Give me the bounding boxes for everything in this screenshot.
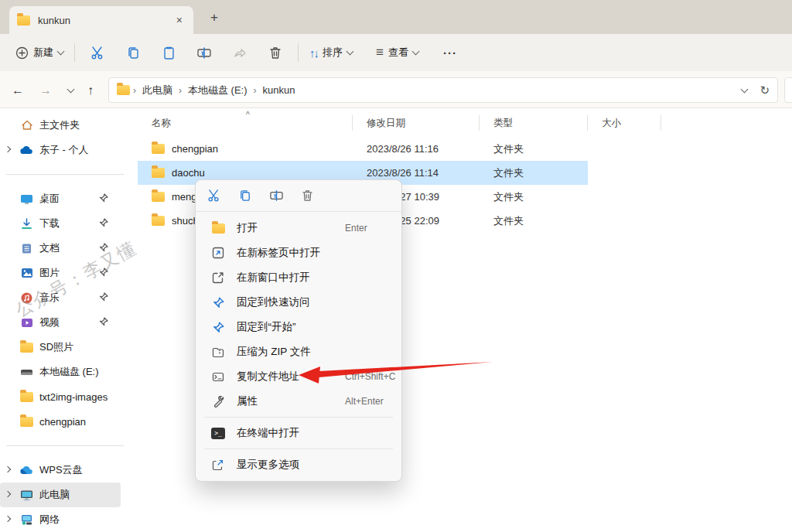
menu-item-label: 在新标签页中打开 xyxy=(237,246,345,260)
history-dropdown-button[interactable] xyxy=(60,80,80,101)
folder-icon xyxy=(152,168,165,178)
refresh-icon[interactable]: ↻ xyxy=(760,84,770,97)
sidebar-item-music[interactable]: 音乐 xyxy=(0,285,121,310)
folder-icon xyxy=(20,392,33,402)
sidebar-item-local-disk-e[interactable]: 本地磁盘 (E:) xyxy=(0,360,121,384)
file-row-chengpian[interactable]: chengpian 2023/8/26 11:16 文件夹 xyxy=(138,137,588,161)
new-tab-button[interactable]: + xyxy=(206,9,223,27)
chevron-right-icon xyxy=(5,466,11,472)
sidebar-item-label: 文档 xyxy=(39,241,60,255)
new-button[interactable]: 新建 xyxy=(9,41,70,64)
menu-item-compress-zip[interactable]: 压缩为 ZIP 文件 xyxy=(200,339,398,364)
open-folder-icon xyxy=(210,220,226,236)
forward-button[interactable]: → xyxy=(36,80,56,101)
rename-button[interactable] xyxy=(193,42,215,63)
menu-item-label: 固定到“开始” xyxy=(237,320,345,334)
copy-button[interactable] xyxy=(122,42,144,63)
chevron-right-icon xyxy=(5,491,11,497)
explorer-tab[interactable]: kunkun × xyxy=(9,6,193,34)
menu-item-pin-quick-access[interactable]: 固定到快速访问 xyxy=(200,290,398,315)
file-name: chengpian xyxy=(172,143,218,155)
sidebar-divider xyxy=(6,174,124,175)
sidebar-item-label: 音乐 xyxy=(39,291,60,305)
address-dropdown-icon[interactable] xyxy=(741,85,749,93)
sidebar-item-pictures[interactable]: 图片 xyxy=(0,261,121,285)
sidebar-item-network[interactable]: 网络 xyxy=(0,507,121,532)
folder-icon xyxy=(17,15,30,26)
paste-button[interactable] xyxy=(158,42,179,63)
pin-icon xyxy=(99,243,108,254)
sidebar-item-label: 图片 xyxy=(39,266,60,280)
tab-close-icon[interactable]: × xyxy=(173,14,186,26)
navigation-pane: 主文件夹 东子 - 个人 桌面 下载 文档 xyxy=(0,109,131,532)
sidebar-item-sd-photos[interactable]: SD照片 xyxy=(0,335,121,360)
breadcrumb-drive-e[interactable]: 本地磁盘 (E:) xyxy=(185,82,251,99)
menu-item-label: 显示更多选项 xyxy=(237,458,345,472)
menu-item-open[interactable]: 打开 Enter xyxy=(200,216,398,240)
chevron-right-icon xyxy=(5,516,11,522)
menu-item-copy-as-path[interactable]: 复制文件地址 Ctrl+Shift+C xyxy=(200,364,398,389)
menu-item-label: 打开 xyxy=(237,221,345,235)
search-input[interactable] xyxy=(784,77,792,103)
sidebar-item-label: chengpian xyxy=(39,416,86,428)
breadcrumb-this-pc[interactable]: 此电脑 xyxy=(139,82,176,99)
cut-button[interactable] xyxy=(203,185,225,206)
address-bar[interactable]: › 此电脑 › 本地磁盘 (E:) › kunkun ↻ xyxy=(108,77,778,103)
chevron-down-icon xyxy=(346,48,354,56)
menu-item-pin-to-start[interactable]: 固定到“开始” xyxy=(200,315,398,339)
column-header-type[interactable]: 类型 xyxy=(480,115,588,131)
menu-item-show-more-options[interactable]: 显示更多选项 xyxy=(200,452,398,477)
pictures-icon xyxy=(20,267,33,280)
sidebar-item-documents[interactable]: 文档 xyxy=(0,236,121,261)
up-button[interactable]: ↑ xyxy=(80,80,101,101)
file-name: daochu xyxy=(172,167,205,179)
sort-arrows-icon: ↑↓ xyxy=(309,46,318,60)
delete-button[interactable] xyxy=(296,185,318,206)
sidebar-item-onedrive[interactable]: 东子 - 个人 xyxy=(0,138,121,162)
cut-icon xyxy=(90,46,105,60)
sidebar-item-home[interactable]: 主文件夹 xyxy=(0,113,121,138)
network-icon xyxy=(20,513,33,527)
copy-button[interactable] xyxy=(234,185,256,206)
menu-item-open-in-terminal[interactable]: >_ 在终端中打开 xyxy=(200,421,398,445)
folder-icon xyxy=(117,85,130,95)
file-type: 文件夹 xyxy=(480,142,588,156)
address-bar-row: ← → ↑ › 此电脑 › 本地磁盘 (E:) › kunkun ↻ xyxy=(0,71,792,108)
folder-icon xyxy=(20,343,33,353)
tab-title: kunkun xyxy=(38,15,70,26)
sidebar-item-this-pc[interactable]: 此电脑 xyxy=(0,483,121,507)
column-header-date[interactable]: 修改日期 xyxy=(353,115,480,131)
column-header-size[interactable]: 大小 xyxy=(588,115,661,131)
rename-button[interactable] xyxy=(265,185,287,206)
desktop-icon xyxy=(20,193,33,206)
sidebar-item-wps-cloud[interactable]: WPS云盘 xyxy=(0,458,121,483)
chevron-down-icon xyxy=(57,48,65,56)
sidebar-item-desktop[interactable]: 桌面 xyxy=(0,186,121,211)
folder-icon xyxy=(20,417,33,427)
cut-button[interactable] xyxy=(87,42,108,63)
pin-icon xyxy=(210,319,226,335)
column-header-name[interactable]: 名称 ^ xyxy=(138,115,353,131)
menu-item-properties[interactable]: 属性 Alt+Enter xyxy=(200,389,398,414)
rename-icon xyxy=(196,46,212,60)
new-button-label: 新建 xyxy=(33,46,53,60)
sort-button[interactable]: ↑↓ 排序 xyxy=(303,41,359,64)
command-bar: 新建 ↑↓ 排序 ≡ 查看 ··· xyxy=(0,34,792,71)
delete-button[interactable] xyxy=(265,42,286,63)
sidebar-item-chengpian[interactable]: chengpian xyxy=(0,409,121,434)
menu-item-label: 固定到快速访问 xyxy=(237,295,345,309)
menu-item-open-new-window[interactable]: 在新窗口中打开 xyxy=(200,265,398,290)
see-more-button[interactable]: ··· xyxy=(437,42,463,64)
open-new-tab-icon xyxy=(210,245,226,261)
menu-item-open-new-tab[interactable]: 在新标签页中打开 xyxy=(200,240,398,265)
share-button[interactable] xyxy=(229,42,251,63)
view-button[interactable]: ≡ 查看 xyxy=(370,40,425,65)
sidebar-item-txt2img-images[interactable]: txt2img-images xyxy=(0,384,121,409)
rename-icon xyxy=(269,189,284,203)
sidebar-item-videos[interactable]: 视频 xyxy=(0,310,121,335)
sort-button-label: 排序 xyxy=(323,46,343,60)
sidebar-item-downloads[interactable]: 下载 xyxy=(0,211,121,236)
breadcrumb-kunkun[interactable]: kunkun xyxy=(260,83,299,97)
menu-item-label: 在终端中打开 xyxy=(237,426,345,440)
back-button[interactable]: ← xyxy=(8,80,28,101)
